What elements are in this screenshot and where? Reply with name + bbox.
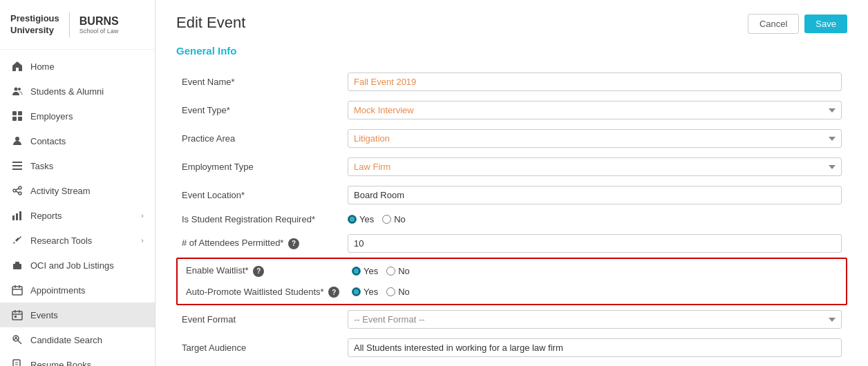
briefcase-icon bbox=[11, 259, 23, 271]
form-row-attendees: # of Attendees Permitted* ? bbox=[176, 229, 847, 258]
sidebar-item-oci[interactable]: OCI and Job Listings bbox=[0, 253, 155, 278]
sidebar-item-employers[interactable]: Employers bbox=[0, 104, 155, 128]
sidebar-item-contacts[interactable]: Contacts bbox=[0, 128, 155, 153]
svg-rect-16 bbox=[16, 213, 18, 220]
employment-type-label: Employment Type bbox=[182, 162, 254, 172]
auto-no-label[interactable]: No bbox=[386, 287, 410, 297]
svg-line-14 bbox=[16, 191, 19, 193]
sidebar-item-candidate[interactable]: Candidate Search bbox=[0, 327, 155, 352]
sidebar-label-tasks: Tasks bbox=[30, 161, 53, 171]
sidebar-label-resume: Resume Books bbox=[30, 360, 91, 367]
save-button[interactable]: Save bbox=[804, 15, 847, 33]
calendar-icon bbox=[11, 284, 23, 296]
registration-no-radio[interactable] bbox=[382, 215, 391, 224]
chevron-right-icon: › bbox=[141, 211, 144, 220]
logo-prestigious: Prestigious bbox=[10, 13, 59, 25]
svg-rect-3 bbox=[18, 111, 22, 115]
sidebar-item-reports[interactable]: Reports › bbox=[0, 203, 155, 228]
form-row-target-audience: Target Audience bbox=[176, 334, 847, 362]
chevron-right-icon-2: › bbox=[141, 236, 144, 244]
event-name-label: Event Name* bbox=[182, 77, 235, 87]
auto-promote-row: Auto-Promote Waitlisted Students* ? Yes bbox=[180, 282, 843, 303]
form-row-employment-type: Employment Type Law Firm bbox=[176, 153, 847, 181]
sidebar-label-contacts: Contacts bbox=[30, 136, 66, 146]
tools-icon bbox=[11, 234, 23, 247]
svg-rect-17 bbox=[19, 211, 21, 220]
logo-burns-block: BURNS School of Law bbox=[79, 15, 119, 35]
registration-yes-radio[interactable] bbox=[348, 215, 357, 224]
sidebar: Prestigious University BURNS School of L… bbox=[0, 0, 155, 366]
sidebar-label-students: Students & Alumni bbox=[30, 86, 104, 97]
auto-yes-label[interactable]: Yes bbox=[352, 287, 378, 297]
svg-rect-4 bbox=[12, 117, 17, 121]
sidebar-item-tasks[interactable]: Tasks bbox=[0, 153, 155, 178]
sidebar-label-candidate: Candidate Search bbox=[30, 335, 102, 345]
form-row-event-location: Event Location* bbox=[176, 181, 847, 209]
auto-yes-radio[interactable] bbox=[352, 287, 361, 296]
form-row-event-name: Event Name* bbox=[176, 68, 847, 96]
attendees-input[interactable] bbox=[348, 234, 842, 253]
waitlist-yes-label[interactable]: Yes bbox=[352, 266, 378, 276]
auto-no-radio[interactable] bbox=[386, 287, 395, 296]
registration-yes-label[interactable]: Yes bbox=[348, 214, 374, 224]
practice-area-select[interactable]: Litigation bbox=[348, 129, 842, 148]
target-audience-input[interactable] bbox=[348, 338, 842, 357]
sidebar-label-reports: Reports bbox=[30, 211, 62, 221]
logo-university: University bbox=[10, 25, 59, 37]
sidebar-label-activity: Activity Stream bbox=[30, 186, 91, 196]
list-icon bbox=[11, 160, 23, 172]
waitlist-yes-text: Yes bbox=[364, 266, 378, 276]
registration-no-label[interactable]: No bbox=[382, 214, 406, 224]
event-name-input[interactable] bbox=[348, 73, 842, 91]
event-format-label: Event Format bbox=[182, 314, 236, 325]
event-format-select[interactable]: -- Event Format -- bbox=[348, 310, 842, 329]
target-audience-label: Target Audience bbox=[182, 343, 246, 353]
svg-rect-27 bbox=[15, 316, 17, 318]
event-type-select[interactable]: Mock Interview bbox=[348, 101, 842, 119]
svg-rect-23 bbox=[12, 311, 22, 320]
waitlist-radio-group: Yes No bbox=[352, 266, 838, 276]
sidebar-item-resume[interactable]: Resume Books bbox=[0, 352, 155, 366]
waitlist-no-radio[interactable] bbox=[386, 267, 395, 276]
events-icon bbox=[11, 309, 23, 321]
logo: Prestigious University BURNS School of L… bbox=[0, 0, 155, 50]
auto-yes-text: Yes bbox=[364, 287, 378, 297]
registration-yes-text: Yes bbox=[359, 214, 374, 224]
sidebar-item-students[interactable]: Students & Alumni bbox=[0, 79, 155, 104]
sidebar-item-appointments[interactable]: Appointments bbox=[0, 278, 155, 302]
sidebar-item-research[interactable]: Research Tools › bbox=[0, 228, 155, 253]
sidebar-item-activity[interactable]: Activity Stream bbox=[0, 178, 155, 203]
waitlist-highlight-box: Enable Waitlist* ? Yes bbox=[176, 258, 847, 305]
sidebar-item-home[interactable]: Home bbox=[0, 54, 155, 79]
sidebar-label-oci: OCI and Job Listings bbox=[30, 260, 114, 271]
people-icon bbox=[11, 85, 23, 97]
logo-burns-sub: School of Law bbox=[79, 28, 119, 35]
registration-label: Is Student Registration Required* bbox=[182, 214, 315, 224]
svg-line-13 bbox=[16, 189, 19, 190]
sidebar-label-research: Research Tools bbox=[30, 235, 92, 246]
sidebar-item-events[interactable]: Events bbox=[0, 302, 155, 327]
svg-rect-18 bbox=[13, 264, 21, 269]
svg-point-12 bbox=[19, 192, 21, 195]
event-location-label: Event Location* bbox=[182, 190, 245, 200]
waitlist-help-icon[interactable]: ? bbox=[253, 266, 264, 277]
employment-type-select[interactable]: Law Firm bbox=[348, 157, 842, 176]
attendees-help-icon[interactable]: ? bbox=[288, 238, 299, 249]
auto-promote-radio-group: Yes No bbox=[352, 287, 838, 297]
book-icon bbox=[11, 358, 23, 366]
cancel-button[interactable]: Cancel bbox=[748, 14, 799, 34]
stream-icon bbox=[11, 184, 23, 197]
sidebar-nav: Home Students & Alumni Employers Contact… bbox=[0, 50, 155, 366]
form-row-waitlist: Enable Waitlist* ? Yes bbox=[176, 258, 847, 305]
svg-rect-2 bbox=[12, 111, 17, 115]
svg-point-0 bbox=[15, 88, 18, 91]
svg-point-1 bbox=[18, 88, 21, 90]
auto-promote-help-icon[interactable]: ? bbox=[328, 287, 339, 298]
sidebar-label-employers: Employers bbox=[30, 111, 73, 122]
event-location-input[interactable] bbox=[348, 186, 842, 204]
search-person-icon bbox=[11, 334, 23, 346]
home-icon bbox=[11, 60, 23, 73]
waitlist-no-label[interactable]: No bbox=[386, 266, 410, 276]
waitlist-yes-radio[interactable] bbox=[352, 267, 361, 276]
svg-rect-8 bbox=[12, 165, 22, 166]
